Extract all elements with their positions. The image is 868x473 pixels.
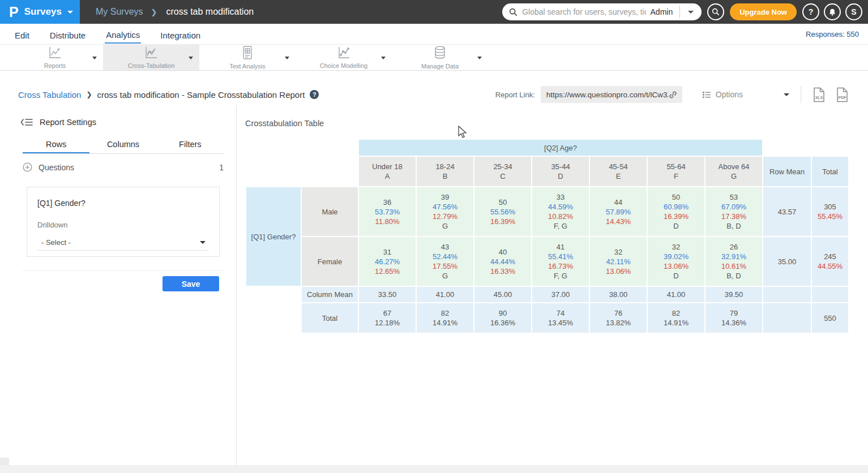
tab-columns[interactable]: Columns bbox=[89, 137, 156, 153]
cell-total-pct: 13.06% bbox=[648, 261, 704, 271]
nav-tab-integration[interactable]: Integration bbox=[159, 25, 202, 43]
row-total-cell: 24544.55% bbox=[812, 237, 848, 286]
cell-total-pct: 16.39% bbox=[648, 212, 704, 221]
help-button[interactable]: ? bbox=[802, 3, 819, 20]
export-pdf-icon[interactable]: PDF bbox=[836, 87, 849, 102]
tab-filters[interactable]: Filters bbox=[157, 137, 224, 153]
cell-count: 50 bbox=[474, 197, 531, 207]
chevron-down-icon[interactable] bbox=[92, 57, 97, 59]
chevron-down-icon[interactable] bbox=[688, 11, 694, 14]
column-total-cell: 8214.91% bbox=[648, 303, 704, 333]
breadcrumb-my-surveys[interactable]: My Surveys bbox=[96, 7, 143, 17]
cell-total-pct: 12.79% bbox=[417, 212, 473, 221]
questions-label: Questions bbox=[39, 163, 74, 172]
questions-count: 1 bbox=[219, 163, 224, 172]
question-card: [Q1] Gender? Drilldown - Select - bbox=[27, 187, 220, 257]
cell-count: 41 bbox=[532, 242, 589, 252]
cross-tabulation-link[interactable]: Cross Tabulation bbox=[18, 90, 81, 100]
product-switcher[interactable]: P Surveys bbox=[0, 0, 80, 24]
age-column-label: 25-34 bbox=[474, 162, 531, 171]
top-bar: P Surveys My Surveys ❯ cross tab modific… bbox=[0, 0, 868, 24]
cell-col-pct: 46.27% bbox=[359, 257, 416, 266]
age-column-label: 35-44 bbox=[532, 162, 589, 171]
chevron-down-icon[interactable] bbox=[67, 11, 73, 14]
crosstab-data-cell: 5060.98%16.39%D bbox=[648, 187, 704, 236]
tab-rows[interactable]: Rows bbox=[23, 137, 89, 153]
age-column-label: Under 18 bbox=[359, 162, 416, 171]
cell-sig-letters: G bbox=[417, 221, 473, 231]
cell-total-pct: 13.06% bbox=[590, 266, 647, 276]
toolbar-item-choice-modelling[interactable]: Choice Modelling bbox=[296, 45, 392, 70]
empty-cell bbox=[812, 287, 848, 302]
spacer-cell bbox=[763, 140, 811, 156]
global-search: Admin bbox=[502, 3, 702, 20]
account-avatar[interactable]: S bbox=[845, 3, 862, 20]
toolbar-item-text-analysis[interactable]: Text Analysis bbox=[199, 45, 296, 70]
toolbar-item-manage-data[interactable]: Manage Data bbox=[392, 45, 488, 70]
nav-tab-analytics[interactable]: Analytics bbox=[105, 25, 141, 44]
crosstab-chart-icon bbox=[144, 46, 158, 61]
collapse-panel-icon[interactable] bbox=[20, 118, 33, 127]
column-mean-cell: 33.50 bbox=[359, 287, 416, 302]
crosstab-data-cell: 3653.73%11.80% bbox=[359, 187, 416, 236]
cell-pct: 14.36% bbox=[705, 318, 762, 328]
svg-text:XLS: XLS bbox=[815, 96, 823, 100]
column-total-cell: 7914.36% bbox=[705, 303, 762, 333]
cell-count: 44 bbox=[590, 197, 647, 207]
column-mean-cell: 41.00 bbox=[648, 287, 704, 302]
crosstab-data-cell: 3344.59%10.82%F, G bbox=[532, 187, 589, 236]
notifications-button[interactable] bbox=[824, 3, 841, 20]
toolbar-item-reports[interactable]: Reports bbox=[7, 45, 103, 70]
responses-count: Responses: 550 bbox=[806, 30, 859, 38]
cell-sig-letters: B, D bbox=[705, 271, 762, 281]
crosstab-section-title: Crosstabulation Table bbox=[245, 119, 324, 128]
choice-modelling-icon bbox=[337, 46, 350, 61]
search-scope-value[interactable]: Admin bbox=[651, 7, 673, 16]
search-input[interactable] bbox=[522, 7, 645, 16]
report-help-icon[interactable]: ? bbox=[310, 90, 319, 99]
cell-count: 74 bbox=[532, 308, 589, 318]
cell-sig-letters: B, D bbox=[705, 221, 762, 231]
divider bbox=[679, 6, 680, 18]
chevron-down-icon[interactable] bbox=[285, 57, 289, 59]
column-mean-cell: 38.00 bbox=[590, 287, 647, 302]
search-button[interactable] bbox=[707, 3, 724, 20]
chevron-down-icon[interactable] bbox=[189, 57, 193, 59]
save-button[interactable]: Save bbox=[163, 276, 219, 291]
cell-col-pct: 55.56% bbox=[474, 207, 531, 217]
chevron-down-icon[interactable] bbox=[784, 93, 789, 96]
age-column-letter: F bbox=[648, 171, 704, 181]
add-question-icon[interactable] bbox=[23, 162, 32, 172]
chevron-down-icon[interactable] bbox=[381, 57, 386, 59]
spacer-cell bbox=[246, 287, 301, 302]
link-icon[interactable] bbox=[668, 90, 678, 100]
cell-count: 53 bbox=[705, 192, 762, 202]
export-xls-icon[interactable]: XLS bbox=[813, 87, 826, 102]
nav-tab-edit[interactable]: Edit bbox=[14, 25, 31, 43]
cell-col-pct: 44.44% bbox=[474, 257, 531, 266]
nav-tab-distribute[interactable]: Distribute bbox=[49, 25, 87, 43]
upgrade-now-button[interactable]: Upgrade Now bbox=[730, 3, 797, 20]
report-link-box[interactable]: https://www.questionpro.com/t/lCw3Zc bbox=[541, 86, 682, 103]
cell-sig-letters: G bbox=[417, 271, 473, 281]
column-mean-cell: 37.00 bbox=[532, 287, 589, 302]
age-column-header: 25-34C bbox=[474, 157, 531, 186]
question-mark-icon: ? bbox=[809, 7, 814, 16]
cell-pct: 13.82% bbox=[590, 318, 647, 328]
toolbar-item-cross-tabulation[interactable]: Cross-Tabulation bbox=[103, 45, 199, 70]
age-column-header: Under 18A bbox=[359, 157, 416, 186]
line-chart-icon bbox=[48, 46, 62, 61]
spacer-cell bbox=[812, 140, 848, 156]
options-menu[interactable]: Options bbox=[703, 90, 789, 99]
cell-col-pct: 32.91% bbox=[705, 252, 762, 261]
cell-count: 33 bbox=[532, 192, 589, 202]
chevron-down-icon[interactable] bbox=[477, 57, 482, 59]
age-column-label: 55-64 bbox=[648, 162, 704, 171]
crosstab-data-cell: 3947.56%12.79%G bbox=[417, 187, 473, 236]
age-group-header: [Q2] Age? bbox=[359, 140, 762, 156]
drilldown-value: - Select - bbox=[41, 238, 71, 247]
column-mean-label: Column Mean bbox=[302, 287, 358, 302]
crosstab-data-cell: 3146.27%12.65% bbox=[359, 237, 416, 286]
drilldown-select[interactable]: - Select - bbox=[37, 235, 209, 251]
horizontal-scrollbar[interactable] bbox=[0, 465, 868, 473]
